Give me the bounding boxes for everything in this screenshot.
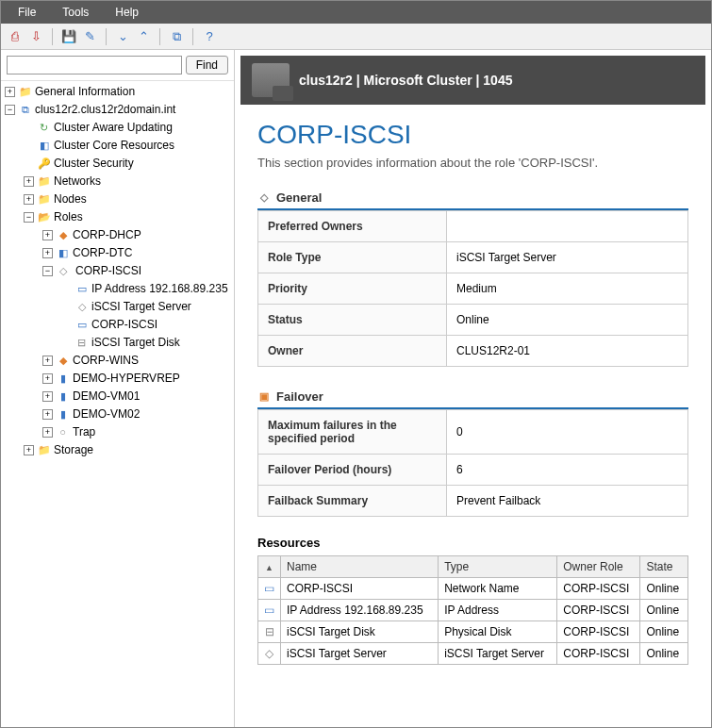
pdf-icon[interactable]: ⎙ bbox=[7, 28, 24, 45]
menu-help[interactable]: Help bbox=[102, 3, 152, 22]
section-failover: ▣ Failover bbox=[257, 386, 688, 409]
tree-iscsi[interactable]: CORP-ISCSI bbox=[73, 262, 144, 280]
tree-ip[interactable]: IP Address 192.168.89.235 bbox=[91, 280, 228, 298]
resources-table: ▲ Name Type Owner Role State ▭CORP-ISCSI… bbox=[257, 555, 688, 665]
chevron-down-icon[interactable]: ⌄ bbox=[114, 28, 131, 45]
right-pane: clus12r2 | Microsoft Cluster | 1045 CORP… bbox=[235, 50, 711, 727]
content-header: clus12r2 | Microsoft Cluster | 1045 bbox=[240, 56, 705, 105]
menu-tools[interactable]: Tools bbox=[49, 3, 102, 22]
expand-icon[interactable]: + bbox=[24, 176, 34, 187]
update-icon: ↻ bbox=[37, 121, 51, 135]
table-row[interactable]: ◇iSCSI Target ServeriSCSI Target ServerC… bbox=[258, 643, 688, 665]
tree-itd[interactable]: iSCSI Target Disk bbox=[91, 334, 180, 352]
expand-icon[interactable]: + bbox=[42, 391, 53, 402]
role-icon: ◆ bbox=[56, 228, 70, 242]
save-icon[interactable]: 💾 bbox=[60, 28, 77, 45]
vm-icon: ▮ bbox=[56, 407, 70, 422]
col-type[interactable]: Type bbox=[439, 556, 557, 578]
net-icon: ▭ bbox=[75, 318, 89, 332]
cluster-header-icon bbox=[252, 63, 290, 97]
tree-hyperv[interactable]: DEMO-HYPERVREP bbox=[73, 370, 180, 388]
ip-icon: ▭ bbox=[264, 604, 274, 617]
table-row[interactable]: ▭CORP-ISCSINetwork NameCORP-ISCSIOnline bbox=[258, 578, 688, 600]
search-input[interactable] bbox=[7, 56, 182, 74]
folder-icon: 📁 bbox=[37, 174, 51, 189]
ip-icon: ▭ bbox=[75, 282, 89, 296]
vm-icon: ▮ bbox=[56, 372, 70, 386]
col-name[interactable]: Name bbox=[281, 556, 439, 578]
expand-icon[interactable]: + bbox=[42, 427, 53, 438]
disk-icon: ⊟ bbox=[75, 336, 89, 350]
tree-ccr[interactable]: Cluster Core Resources bbox=[54, 137, 174, 155]
folder-open-icon: 📂 bbox=[37, 210, 51, 224]
tree-vm2[interactable]: DEMO-VM02 bbox=[73, 405, 140, 423]
expand-icon[interactable]: + bbox=[42, 248, 53, 258]
col-state[interactable]: State bbox=[640, 556, 688, 578]
vm-icon: ▮ bbox=[56, 389, 70, 404]
table-row: StatusOnline bbox=[258, 305, 688, 336]
tree-nodes[interactable]: Nodes bbox=[54, 190, 87, 208]
tree-wins[interactable]: CORP-WINS bbox=[73, 352, 139, 370]
net-icon: ▭ bbox=[264, 582, 274, 595]
col-owner[interactable]: Owner Role bbox=[557, 556, 640, 578]
menu-file[interactable]: File bbox=[5, 3, 49, 22]
expand-icon[interactable]: + bbox=[42, 409, 53, 420]
tree-roles[interactable]: Roles bbox=[54, 208, 83, 226]
expand-icon[interactable]: + bbox=[5, 87, 15, 97]
failover-icon: ▣ bbox=[257, 390, 271, 404]
help-icon[interactable]: ? bbox=[201, 28, 218, 45]
breadcrumb: clus12r2 | Microsoft Cluster | 1045 bbox=[299, 73, 512, 88]
expand-icon[interactable]: + bbox=[24, 194, 34, 205]
expand-icon[interactable]: + bbox=[42, 356, 53, 366]
table-row[interactable]: ⊟iSCSI Target DiskPhysical DiskCORP-ISCS… bbox=[258, 621, 688, 643]
tree-general-info[interactable]: General Information bbox=[35, 83, 135, 101]
general-table: Preferred Owners Role TypeiSCSI Target S… bbox=[257, 210, 688, 367]
table-row: Failover Period (hours)6 bbox=[258, 455, 688, 486]
failover-table: Maximum failures in the specified period… bbox=[257, 409, 688, 517]
table-row: OwnerCLUS12R2-01 bbox=[258, 336, 688, 367]
tree-cau[interactable]: Cluster Aware Updating bbox=[54, 119, 173, 137]
folder-icon: 📁 bbox=[37, 443, 51, 457]
expand-icon[interactable]: + bbox=[24, 445, 34, 455]
disk-icon: ⊟ bbox=[265, 625, 274, 638]
export-icon[interactable]: ⇩ bbox=[27, 28, 44, 45]
collapse-icon[interactable]: − bbox=[5, 105, 15, 115]
expand-icon[interactable]: + bbox=[42, 230, 53, 240]
tree-storage[interactable]: Storage bbox=[54, 441, 93, 459]
expand-icon[interactable]: + bbox=[42, 373, 53, 384]
trap-icon: ○ bbox=[56, 425, 70, 439]
tree-trap[interactable]: Trap bbox=[73, 423, 95, 441]
tree-its[interactable]: iSCSI Target Server bbox=[91, 298, 191, 316]
copy-icon[interactable]: ⧉ bbox=[168, 28, 185, 45]
table-row: PriorityMedium bbox=[258, 273, 688, 305]
tree-dhcp[interactable]: CORP-DHCP bbox=[73, 226, 141, 244]
sort-icon[interactable]: ▲ bbox=[258, 556, 281, 578]
general-icon: ◇ bbox=[257, 191, 271, 205]
chevron-up-icon[interactable]: ⌃ bbox=[135, 28, 152, 45]
target-icon: ◇ bbox=[75, 300, 89, 314]
find-bar: Find bbox=[1, 50, 234, 81]
table-row[interactable]: ▭IP Address 192.168.89.235IP AddressCORP… bbox=[258, 600, 688, 621]
tree-cluster[interactable]: clus12r2.clus12r2domain.int bbox=[35, 101, 175, 119]
tree-dtc[interactable]: CORP-DTC bbox=[73, 244, 132, 262]
tree-ci[interactable]: CORP-ISCSI bbox=[91, 316, 157, 334]
nav-tree: +📁General Information −⧉clus12r2.clus12r… bbox=[1, 81, 234, 727]
collapse-icon[interactable]: − bbox=[42, 266, 53, 276]
page-description: This section provides information about … bbox=[257, 156, 688, 170]
left-pane: Find +📁General Information −⧉clus12r2.cl… bbox=[1, 50, 235, 727]
resource-icon: ◧ bbox=[37, 139, 51, 153]
tree-cs[interactable]: Cluster Security bbox=[54, 155, 134, 173]
folder-icon: 📁 bbox=[18, 85, 32, 99]
find-button[interactable]: Find bbox=[186, 56, 228, 74]
table-row: Maximum failures in the specified period… bbox=[258, 410, 688, 455]
table-row: Failback SummaryPrevent Failback bbox=[258, 486, 688, 517]
section-general: ◇ General bbox=[257, 187, 688, 210]
security-icon: 🔑 bbox=[37, 157, 51, 171]
page-title: CORP-ISCSI bbox=[257, 120, 688, 150]
table-row: Role TypeiSCSI Target Server bbox=[258, 242, 688, 273]
collapse-icon[interactable]: − bbox=[24, 212, 34, 223]
tree-vm1[interactable]: DEMO-VM01 bbox=[73, 388, 140, 405]
role-icon: ◧ bbox=[56, 246, 70, 260]
tree-networks[interactable]: Networks bbox=[54, 173, 101, 190]
edit-icon[interactable]: ✎ bbox=[81, 28, 98, 45]
